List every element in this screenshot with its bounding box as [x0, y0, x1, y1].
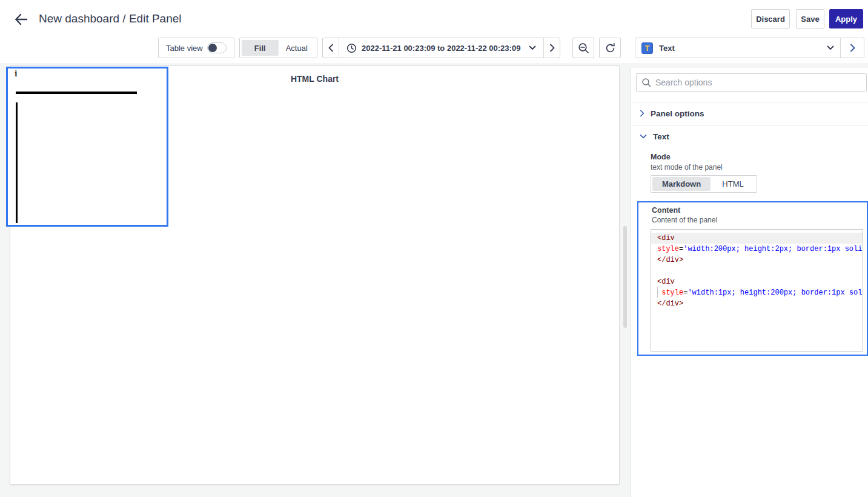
visualization-select[interactable]: T Text: [635, 38, 840, 58]
refresh-dashboard-button[interactable]: [599, 38, 621, 58]
indent-guide: [657, 287, 658, 298]
collapse-options-pane-button[interactable]: [840, 38, 864, 58]
table-view-toggle[interactable]: [207, 42, 227, 53]
page-title: New dashboard / Edit Panel: [39, 12, 182, 25]
rendered-horizontal-line: [16, 92, 137, 94]
section-text[interactable]: Text: [631, 125, 868, 148]
clock-icon: [346, 43, 357, 53]
fill-option[interactable]: Fill: [242, 40, 279, 56]
mode-html-option[interactable]: HTML: [711, 177, 755, 191]
code-token: <div: [657, 278, 675, 286]
table-view-label: Table view: [166, 44, 203, 53]
code-token: 'width:200px; height:2px; border:1px sol…: [683, 245, 863, 253]
code-token: </div>: [657, 299, 683, 308]
options-search: [636, 73, 867, 92]
fill-actual-switch: Fill Actual: [239, 38, 317, 58]
info-glyph: i: [15, 70, 18, 78]
mode-markdown-option[interactable]: Markdown: [652, 177, 711, 191]
chevron-right-icon: [640, 110, 644, 117]
code-line: style='width:200px; height:2px; border:1…: [651, 244, 863, 255]
code-line: <div: [651, 276, 863, 287]
canvas-scrollbar-thumb[interactable]: [623, 226, 627, 328]
code-line: </div>: [651, 298, 863, 309]
time-shift-back-button[interactable]: [323, 38, 339, 58]
dashboard-canvas: HTML Chart i: [0, 63, 631, 497]
time-shift-forward-button[interactable]: [544, 38, 560, 58]
mode-label: Mode: [651, 153, 671, 161]
edit-panel-page: New dashboard / Edit Panel Discard Save …: [0, 0, 868, 497]
back-arrow-icon[interactable]: [13, 12, 29, 27]
code-line: style='width:1px; height:200px; border:1…: [651, 287, 863, 298]
chevron-down-icon: [640, 134, 647, 139]
search-icon: [641, 78, 651, 87]
code-token: <div: [657, 234, 675, 242]
section-label: Text: [653, 132, 669, 141]
code-token: </div>: [657, 256, 683, 264]
content-code-editor[interactable]: <divstyle='width:200px; height:2px; bord…: [651, 229, 863, 352]
refresh-icon: [605, 42, 616, 54]
actual-option[interactable]: Actual: [279, 40, 316, 56]
zoom-out-time-button[interactable]: [572, 38, 594, 58]
chevron-right-icon: [850, 44, 855, 52]
visualization-picker: T Text: [635, 38, 864, 58]
code-token: style: [661, 289, 683, 297]
content-label: Content: [652, 206, 680, 215]
apply-button[interactable]: Apply: [829, 9, 863, 28]
code-token: 'width:1px; height:200px; border:1px sol…: [687, 289, 863, 297]
section-label: Panel options: [651, 109, 704, 118]
visualization-name: Text: [659, 44, 675, 53]
table-view-control: Table view: [158, 38, 234, 58]
zoom-out-icon: [578, 42, 589, 54]
options-search-input[interactable]: [655, 78, 861, 87]
chevron-down-icon: [827, 45, 834, 50]
text-panel-icon: T: [641, 42, 653, 54]
panel-options-pane: Panel options Text Mode text mode of the…: [631, 68, 868, 497]
code-line: [651, 265, 863, 276]
time-range-text: 2022-11-21 00:23:09 to 2022-11-22 00:23:…: [362, 44, 520, 53]
mode-switch: Markdown HTML: [651, 175, 757, 193]
mode-description: text mode of the panel: [651, 163, 723, 172]
code-line: </div>: [651, 255, 863, 265]
code-token: style: [657, 245, 679, 253]
rendered-html-selection-box[interactable]: i: [6, 67, 168, 227]
rendered-vertical-line: [16, 102, 18, 223]
toggle-knob: [208, 44, 217, 52]
time-range-group: 2022-11-21 00:23:09 to 2022-11-22 00:23:…: [322, 38, 560, 58]
chevron-down-icon: [529, 45, 536, 50]
section-panel-options[interactable]: Panel options: [631, 102, 868, 125]
time-range-picker[interactable]: 2022-11-21 00:23:09 to 2022-11-22 00:23:…: [339, 38, 544, 58]
discard-button[interactable]: Discard: [751, 9, 790, 28]
code-line: <div: [651, 233, 863, 244]
content-field-focused: Content Content of the panel <divstyle='…: [637, 201, 868, 356]
save-button[interactable]: Save: [796, 9, 824, 28]
content-description: Content of the panel: [652, 216, 717, 224]
